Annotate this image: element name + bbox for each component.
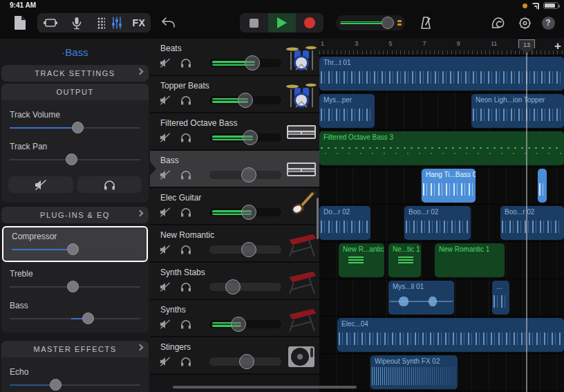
mute-icon[interactable] <box>160 282 171 292</box>
headphones-icon[interactable] <box>180 282 191 292</box>
loop-browser-button[interactable] <box>488 13 509 32</box>
track-volume-knob[interactable] <box>241 205 256 220</box>
mute-icon[interactable] <box>160 245 171 254</box>
track-volume-knob[interactable] <box>241 242 256 257</box>
region-thr-t-01[interactable]: Thr...t 01 <box>319 57 564 91</box>
track-pan-slider[interactable] <box>10 153 140 167</box>
metronome-button[interactable] <box>416 13 435 32</box>
master-volume-slider[interactable] <box>336 15 405 30</box>
region-mys-per[interactable]: Mys...per <box>319 94 375 128</box>
track-volume-knob[interactable] <box>72 122 84 133</box>
track-volume-slider[interactable] <box>209 245 281 254</box>
mute-button[interactable] <box>8 176 73 193</box>
track-volume-slider[interactable] <box>209 133 281 142</box>
track-volume-knob[interactable] <box>245 55 260 71</box>
remix-fx-button[interactable]: FX <box>128 13 150 32</box>
mic-input-button[interactable] <box>64 13 90 32</box>
undo-button[interactable] <box>158 13 180 32</box>
bass-eq-label: Bass <box>10 301 140 310</box>
headphones-icon[interactable] <box>180 133 191 142</box>
headphones-icon[interactable] <box>180 207 191 217</box>
bass-eq-slider[interactable] <box>10 312 140 326</box>
track-header-elec-guitar[interactable]: Elec Guitar <box>150 188 319 225</box>
timeline-lane-synth-stabs: Mys...ll 01... <box>319 279 564 317</box>
region-ne-tic-1[interactable]: Ne...tic 1 <box>388 243 421 277</box>
plugins-eq-row[interactable]: PLUG-INS & EQ <box>1 207 149 223</box>
headphones-icon[interactable] <box>180 95 191 105</box>
track-volume-slider[interactable] <box>209 283 281 291</box>
track-header-synths[interactable]: Synths <box>150 300 319 337</box>
track-volume-knob[interactable] <box>239 354 254 369</box>
region-filtered-octave-bass-3[interactable]: Filtered Octave Bass 3 <box>319 131 564 165</box>
track-header-bass[interactable]: Bass <box>150 151 319 188</box>
mute-icon[interactable] <box>160 133 171 142</box>
region-hang-ti-bass-02[interactable]: Hang Ti...Bass 02 <box>422 169 476 203</box>
track-volume-knob[interactable] <box>243 130 258 145</box>
fx-label: FX <box>133 17 146 28</box>
track-settings-row[interactable]: TRACK SETTINGS <box>1 65 149 82</box>
region-mys-ll-01[interactable]: Mys...ll 01 <box>388 281 454 315</box>
region-wipeout-synth-fx-02[interactable]: Wipeout Synth FX 02 <box>370 355 458 389</box>
add-track-button[interactable]: + <box>554 39 561 53</box>
headphones-icon[interactable] <box>180 245 191 254</box>
track-list-scrollbar[interactable] <box>317 198 319 239</box>
treble-slider[interactable] <box>10 280 140 294</box>
mute-icon[interactable] <box>160 95 171 105</box>
track-volume-slider[interactable] <box>209 208 281 216</box>
region-clip[interactable] <box>538 169 547 203</box>
track-volume-slider[interactable] <box>10 121 140 135</box>
track-volume-slider[interactable] <box>209 171 281 179</box>
help-button[interactable]: ? <box>538 13 558 32</box>
track-header-beats[interactable]: Beats <box>150 39 319 76</box>
echo-knob[interactable] <box>50 379 62 391</box>
headphones-icon[interactable] <box>180 357 191 366</box>
toolbar: FX ? <box>0 10 564 39</box>
mute-icon[interactable] <box>160 170 171 180</box>
region-elec-04[interactable]: Elec...04 <box>337 318 564 352</box>
headphones-icon[interactable] <box>180 58 191 68</box>
compressor-slider[interactable] <box>12 243 138 256</box>
headphones-icon[interactable] <box>180 319 191 329</box>
region-new-r-antic-1[interactable]: New R...antic 1 <box>339 243 384 277</box>
treble-knob[interactable] <box>67 281 79 292</box>
track-volume-slider[interactable] <box>209 357 281 366</box>
track-volume-slider[interactable] <box>209 96 281 104</box>
region-do-r-02[interactable]: Do...r 02 <box>319 206 370 240</box>
track-volume-slider[interactable] <box>209 320 281 328</box>
track-header-topper-beats[interactable]: Topper Beats <box>150 76 319 113</box>
stop-button[interactable] <box>241 13 268 32</box>
track-volume-knob[interactable] <box>231 317 246 332</box>
track-view-button[interactable] <box>37 13 64 32</box>
my-songs-button[interactable] <box>8 13 32 32</box>
track-volume-slider[interactable] <box>209 59 281 67</box>
track-volume-knob[interactable] <box>241 167 256 183</box>
bass-eq-knob[interactable] <box>82 312 94 324</box>
mixer-faders-button[interactable] <box>106 13 128 32</box>
region-boo-r-02[interactable]: Boo...r 02 <box>500 206 564 240</box>
record-button[interactable] <box>296 13 323 32</box>
master-volume-knob[interactable] <box>382 17 394 29</box>
track-header-filtered-octave-bass[interactable]: Filtered Octave Bass <box>150 113 319 151</box>
settings-gear-button[interactable] <box>514 13 535 32</box>
mute-icon[interactable] <box>160 207 171 217</box>
track-volume-knob[interactable] <box>225 279 241 295</box>
region--[interactable]: ... <box>492 281 509 315</box>
monitor-headphones-button[interactable] <box>77 176 142 193</box>
echo-slider[interactable] <box>10 378 140 392</box>
play-button[interactable] <box>268 13 296 32</box>
track-volume-knob[interactable] <box>238 93 253 108</box>
mute-icon[interactable] <box>160 58 171 68</box>
compressor-knob[interactable] <box>67 243 79 255</box>
track-header-synth-stabs[interactable]: Synth Stabs <box>150 263 319 300</box>
headphones-icon[interactable] <box>180 170 191 180</box>
mute-icon[interactable] <box>160 319 171 329</box>
track-pan-knob[interactable] <box>66 153 77 165</box>
horizontal-scrollbar[interactable] <box>173 386 357 389</box>
region-new-romantic-1[interactable]: New Romantic 1 <box>435 243 505 277</box>
track-header-stingers[interactable]: Stingers <box>150 337 319 375</box>
region-boo-r-02[interactable]: Boo...r 02 <box>404 206 471 240</box>
region-neon-ligh-ion-topper[interactable]: Neon Ligh...ion Topper <box>471 94 564 128</box>
master-effects-row[interactable]: MASTER EFFECTS <box>1 341 149 357</box>
mute-icon[interactable] <box>160 357 171 366</box>
track-header-new-romantic[interactable]: New Romantic <box>150 225 319 263</box>
